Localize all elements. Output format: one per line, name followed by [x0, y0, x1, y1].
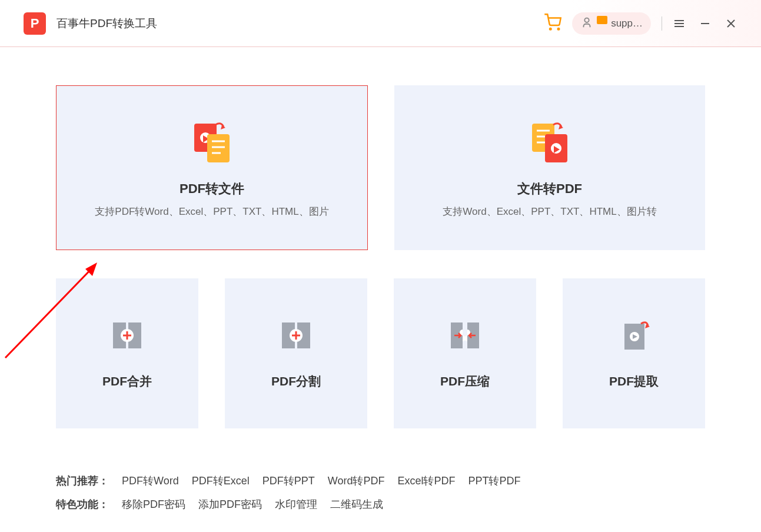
card-title: PDF转文件 — [180, 180, 244, 198]
svg-point-1 — [558, 28, 560, 30]
app-logo-icon: P — [24, 12, 46, 35]
card-title: PDF分割 — [271, 373, 321, 390]
feature-link[interactable]: 水印管理 — [275, 493, 317, 517]
hot-link[interactable]: PDF转Excel — [192, 470, 250, 493]
svg-point-2 — [584, 18, 589, 22]
feature-link[interactable]: 二维码生成 — [330, 493, 383, 517]
card-title: 文件转PDF — [517, 180, 582, 198]
feature-label: 特色功能： — [56, 493, 109, 517]
minimize-icon[interactable] — [699, 17, 712, 30]
pdf-merge-icon — [109, 318, 145, 355]
card-desc: 支持Word、Excel、PPT、TXT、HTML、图片转 — [443, 205, 656, 218]
card-title: PDF压缩 — [440, 373, 490, 390]
file-to-pdf-icon — [526, 118, 573, 167]
bottom-links: 热门推荐： PDF转Word PDF转Excel PDF转PPT Word转PD… — [56, 470, 705, 516]
pdf-extract-card[interactable]: PDF提取 — [563, 278, 705, 428]
feature-links-row: 特色功能： 移除PDF密码 添加PDF密码 水印管理 二维码生成 — [56, 493, 705, 517]
header-left: P 百事牛PDF转换工具 — [24, 12, 157, 35]
app-title: 百事牛PDF转换工具 — [57, 16, 157, 31]
feature-link[interactable]: 添加PDF密码 — [198, 493, 262, 517]
hot-link[interactable]: PDF转Word — [122, 470, 179, 493]
svg-rect-11 — [207, 134, 230, 162]
window-controls — [673, 17, 737, 30]
logo-letter: P — [31, 16, 39, 31]
close-icon[interactable] — [725, 17, 737, 30]
feature-link[interactable]: 移除PDF密码 — [122, 493, 185, 517]
file-to-pdf-card[interactable]: 文件转PDF 支持Word、Excel、PPT、TXT、HTML、图片转 — [394, 85, 705, 250]
user-icon — [580, 16, 593, 31]
card-desc: 支持PDF转Word、Excel、PPT、TXT、HTML、图片 — [95, 205, 328, 218]
user-badge[interactable]: supp… — [572, 12, 651, 35]
header-divider — [662, 16, 662, 31]
pdf-compress-card[interactable]: PDF压缩 — [394, 278, 536, 428]
cart-icon[interactable] — [544, 14, 561, 34]
hot-label: 热门推荐： — [56, 470, 109, 493]
svg-point-0 — [550, 28, 551, 30]
header: P 百事牛PDF转换工具 supp… — [0, 0, 761, 47]
hot-link[interactable]: Word转PDF — [328, 470, 385, 493]
feature-cards-row: PDF合并 PDF分割 — [56, 278, 705, 428]
pdf-split-card[interactable]: PDF分割 — [225, 278, 367, 428]
card-title: PDF提取 — [609, 373, 659, 390]
hot-links-row: 热门推荐： PDF转Word PDF转Excel PDF转PPT Word转PD… — [56, 470, 705, 493]
pdf-to-file-card[interactable]: PDF转文件 支持PDF转Word、Excel、PPT、TXT、HTML、图片 — [56, 85, 368, 250]
pdf-split-icon — [278, 318, 314, 355]
pdf-compress-icon — [447, 318, 483, 355]
menu-icon[interactable] — [673, 17, 686, 30]
hot-link[interactable]: Excel转PDF — [397, 470, 455, 493]
user-name: supp… — [611, 18, 643, 29]
card-title: PDF合并 — [102, 373, 152, 390]
hot-link[interactable]: PDF转PPT — [262, 470, 315, 493]
header-right: supp… — [544, 12, 737, 35]
pdf-extract-icon — [616, 318, 652, 355]
hot-link[interactable]: PPT转PDF — [468, 470, 520, 493]
pdf-merge-card[interactable]: PDF合并 — [56, 278, 198, 428]
vip-badge-icon — [597, 16, 607, 24]
main-content: PDF转文件 支持PDF转Word、Excel、PPT、TXT、HTML、图片 … — [0, 47, 761, 516]
pdf-to-file-icon — [188, 118, 235, 167]
top-cards-row: PDF转文件 支持PDF转Word、Excel、PPT、TXT、HTML、图片 … — [56, 85, 705, 250]
